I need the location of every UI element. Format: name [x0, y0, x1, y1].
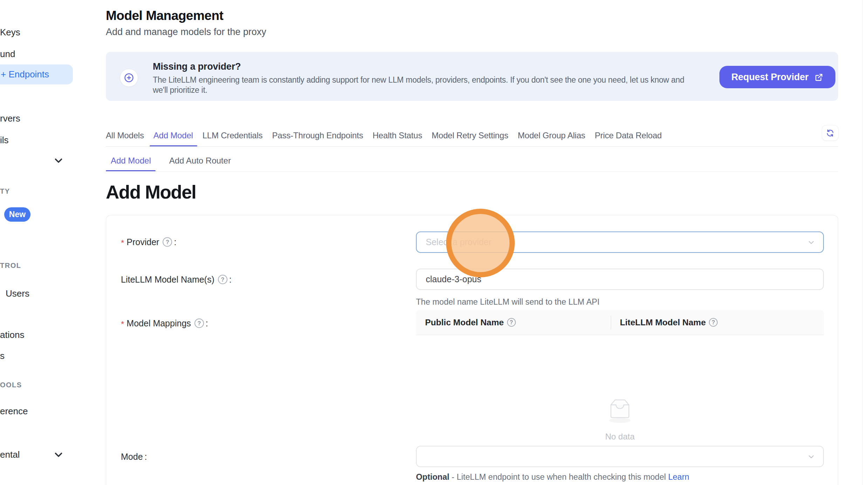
provider-label: * Provider ? :: [121, 237, 176, 247]
sidebar-item-endpoints-active[interactable]: + Endpoints: [0, 64, 73, 84]
banner-text-line2: we'll prioritize it.: [153, 85, 207, 95]
subtabs-divider: [106, 171, 838, 172]
banner-title: Missing a provider?: [153, 61, 241, 72]
tab-all-models[interactable]: All Models: [106, 131, 144, 140]
sidebar-item-label: + Endpoints: [1, 69, 49, 80]
tabs-divider: [106, 146, 838, 147]
sidebar-item-experimental[interactable]: ental: [0, 449, 20, 460]
chevron-down-icon[interactable]: [53, 154, 64, 166]
empty-box-icon: [599, 396, 641, 425]
sidebar-item-guardrails[interactable]: ils: [0, 135, 9, 146]
external-link-icon: [814, 72, 823, 82]
learn-more-link[interactable]: Learn: [668, 472, 689, 481]
mappings-table-header: Public Model Name ? LiteLLM Model Name ?: [416, 310, 824, 335]
mode-helper-optional: Optional: [416, 472, 449, 481]
scrollbar-edge: [862, 0, 863, 485]
column-public-model-name: Public Model Name ?: [416, 318, 611, 327]
add-model-subtabs: Add Model Add Auto Router: [111, 153, 231, 168]
mode-helper: Optional - LiteLLM endpoint to use when …: [416, 472, 689, 482]
provider-select[interactable]: Select a provider: [416, 231, 824, 253]
sidebar-item-keys[interactable]: Keys: [0, 27, 20, 38]
model-tabs: All Models Add Model LLM Credentials Pas…: [106, 127, 662, 144]
refresh-button[interactable]: [822, 125, 839, 141]
tab-llm-credentials[interactable]: LLM Credentials: [203, 131, 263, 140]
refresh-icon: [826, 129, 835, 138]
model-name-input[interactable]: claude-3-opus: [416, 269, 824, 290]
page-title: Model Management: [106, 8, 223, 23]
required-mark: *: [121, 238, 124, 248]
subtab-add-model[interactable]: Add Model: [111, 156, 151, 166]
column-litellm-model-name: LiteLLM Model Name ?: [611, 318, 718, 327]
sidebar-section-security: TY: [0, 187, 10, 195]
sidebar-section-tools: OOLS: [0, 381, 22, 389]
mode-label: Mode :: [121, 452, 147, 462]
sidebar-item-inference[interactable]: erence: [0, 406, 28, 417]
banner-text-line1: The LiteLLM engineering team is constant…: [153, 75, 684, 85]
column-divider: [611, 316, 611, 330]
model-name-label: LiteLLM Model Name(s) ? :: [121, 275, 232, 285]
new-badge: New: [4, 207, 30, 222]
sidebar-item-playground[interactable]: und: [0, 49, 15, 60]
sidebar-item-teams[interactable]: s: [0, 351, 5, 361]
sidebar-item-organizations[interactable]: ations: [0, 330, 24, 340]
provider-placeholder: Select a provider: [426, 237, 492, 247]
tab-add-model[interactable]: Add Model: [153, 131, 193, 140]
litellm-admin-page: Keys und + Endpoints rvers ils TY New TR…: [0, 0, 868, 485]
tab-health-status[interactable]: Health Status: [373, 131, 422, 140]
help-icon[interactable]: ?: [507, 318, 516, 327]
request-provider-button[interactable]: Request Provider: [719, 66, 835, 88]
missing-provider-banner: Missing a provider? The LiteLLM engineer…: [106, 52, 838, 101]
page-subtitle: Add and manage models for the proxy: [106, 27, 266, 37]
help-icon[interactable]: ?: [194, 319, 204, 328]
model-name-helper: The model name LiteLLM will send to the …: [416, 297, 600, 307]
add-model-form-card: * Provider ? : Select a provider LiteLLM…: [106, 215, 838, 485]
chevron-down-icon[interactable]: [53, 449, 64, 460]
tab-pass-through-endpoints[interactable]: Pass-Through Endpoints: [272, 131, 363, 140]
model-mappings-label: * Model Mappings ? :: [121, 318, 208, 328]
no-data-text: No data: [605, 432, 635, 442]
add-model-heading: Add Model: [106, 181, 196, 203]
tab-model-retry-settings[interactable]: Model Retry Settings: [432, 131, 508, 140]
help-icon[interactable]: ?: [163, 237, 172, 247]
circle-plus-icon: [120, 69, 138, 87]
tab-price-data-reload[interactable]: Price Data Reload: [595, 131, 662, 140]
subtab-add-auto-router[interactable]: Add Auto Router: [169, 156, 231, 166]
sidebar-item-servers[interactable]: rvers: [0, 113, 20, 124]
chevron-down-icon: [807, 238, 815, 247]
chevron-down-icon: [807, 452, 815, 461]
sidebar-item-users[interactable]: Users: [6, 288, 29, 299]
tab-model-group-alias[interactable]: Model Group Alias: [518, 131, 585, 140]
sidebar-section-access-control: TROL: [0, 262, 21, 270]
help-icon[interactable]: ?: [709, 318, 718, 327]
help-icon[interactable]: ?: [218, 275, 227, 284]
mode-select[interactable]: [416, 446, 824, 467]
required-mark: *: [121, 319, 124, 329]
request-provider-label: Request Provider: [731, 72, 808, 83]
